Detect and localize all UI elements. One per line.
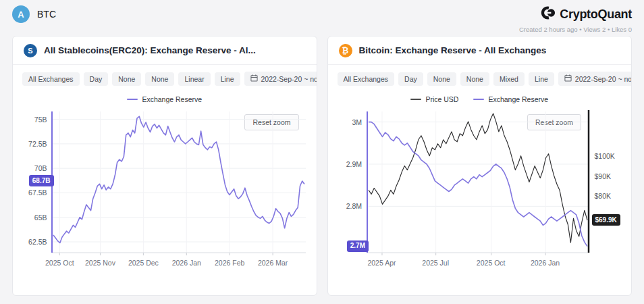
board-meta: Created 2 hours ago • Views 2 • Likes 0 — [519, 26, 632, 33]
x-axis-tick: 2025 Nov — [85, 258, 115, 268]
chart-toolbar: All Exchanges Day None None Linear Line … — [13, 65, 317, 90]
user-avatar[interactable]: A — [12, 5, 30, 23]
date-range-button[interactable]: 2022-Sep-20 ~ now — [558, 72, 632, 86]
y-axis-tick-right: $100K — [595, 151, 615, 161]
interval-button[interactable]: Day — [398, 72, 423, 86]
card-header: S All Stablecoins(ERC20): Exchange Reser… — [13, 36, 317, 65]
y-axis-tick-left: 2.8M — [346, 201, 362, 211]
legend-item-exchange-reserve[interactable]: Exchange Reserve — [473, 95, 548, 103]
chart-title: Bitcoin: Exchange Reserve - All Exchange… — [359, 45, 547, 55]
x-axis-tick: 2025 Oct — [45, 258, 74, 268]
chart-canvas — [328, 107, 632, 273]
y-axis-tick-left: 75B — [34, 115, 47, 124]
chart-style-button[interactable]: Line — [215, 72, 240, 86]
last-value-badge-left: 68.7B — [29, 175, 54, 186]
calendar-icon — [250, 74, 258, 83]
legend-swatch — [127, 99, 138, 101]
y-axis-tick-left: 70B — [34, 163, 47, 173]
chart-style-button[interactable]: Line — [529, 72, 554, 86]
x-axis-tick: 2025 Jul — [422, 258, 449, 268]
bitcoin-chart-card: ₿ Bitcoin: Exchange Reserve - All Exchan… — [327, 36, 633, 296]
legend-label: Exchange Reserve — [142, 95, 202, 103]
legend-label: Price USD — [425, 95, 458, 103]
x-axis-tick: 2026 Feb — [215, 258, 244, 268]
date-range-label: 2022-Sep-20 ~ now — [575, 75, 632, 83]
series-line-exchange-reserve — [369, 122, 587, 247]
last-value-badge-right: $69.9K — [592, 214, 620, 226]
y-axis-tick-right: $90K — [595, 172, 612, 181]
indicator-button-2[interactable]: None — [460, 72, 489, 86]
exchange-filter-button[interactable]: All Exchanges — [338, 72, 395, 86]
exchange-filter-button[interactable]: All Exchanges — [22, 72, 80, 86]
y-axis-tick-left: 72.5B — [28, 139, 47, 149]
date-range-label: 2022-Sep-20 ~ now — [261, 75, 317, 83]
x-axis-tick: 2026 Mar — [258, 258, 288, 268]
top-bar: A BTC CryptoQuant Created 2 hours ago • … — [0, 0, 644, 36]
stablecoin-icon: S — [24, 44, 37, 57]
legend-swatch — [410, 99, 421, 101]
board-info: A BTC — [12, 5, 56, 23]
dashboard-page: A BTC CryptoQuant Created 2 hours ago • … — [0, 0, 644, 304]
legend-label: Exchange Reserve — [488, 95, 548, 103]
series-line-price-usd — [369, 113, 587, 243]
brand-block: CryptoQuant Created 2 hours ago • Views … — [519, 5, 632, 33]
y-axis-tick-left: 62.5B — [28, 237, 47, 247]
chart-canvas — [13, 107, 317, 273]
bitcoin-chart[interactable]: Reset zoom 3M2.9M2.8M$100K$90K$80K2.7M$6… — [328, 107, 632, 273]
chart-legend: Exchange Reserve — [13, 90, 317, 107]
x-axis-tick: 2025 Dec — [128, 258, 159, 268]
chart-title: All Stablecoins(ERC20): Exchange Reserve… — [44, 45, 256, 55]
stablecoin-chart-card: S All Stablecoins(ERC20): Exchange Reser… — [12, 36, 317, 296]
stablecoin-chart[interactable]: Reset zoom 75B72.5B70B67.5B65B62.5B68.7B… — [13, 107, 317, 273]
chart-legend: Price USD Exchange Reserve — [328, 90, 632, 107]
y-axis-tick-left: 2.9M — [346, 159, 362, 169]
series-line-exchange-reserve — [53, 116, 304, 243]
charts-row: S All Stablecoins(ERC20): Exchange Reser… — [0, 36, 644, 296]
indicator-button[interactable]: None — [427, 72, 456, 86]
scale-button[interactable]: Linear — [178, 72, 210, 86]
legend-swatch — [473, 99, 484, 101]
chart-toolbar: All Exchanges Day None None Mixed Line 2… — [328, 65, 632, 90]
y-axis-tick-left: 3M — [352, 118, 362, 127]
x-axis-tick: 2026 Jan — [531, 258, 560, 268]
brand[interactable]: CryptoQuant — [541, 5, 632, 23]
last-value-badge-left: 2.7M — [347, 240, 369, 252]
indicator-button[interactable]: None — [112, 72, 141, 86]
legend-item-price-usd[interactable]: Price USD — [410, 95, 458, 103]
scale-button[interactable]: Mixed — [493, 72, 525, 86]
interval-button[interactable]: Day — [84, 72, 109, 86]
y-axis-tick-left: 67.5B — [28, 188, 47, 197]
y-axis-tick-right: $80K — [595, 191, 612, 201]
x-axis-tick: 2025 Apr — [367, 258, 396, 268]
bitcoin-icon: ₿ — [339, 44, 352, 57]
x-axis-tick: 2025 Oct — [477, 258, 506, 268]
cryptoquant-logo-icon — [541, 5, 556, 23]
date-range-button[interactable]: 2022-Sep-20 ~ now — [244, 72, 317, 86]
legend-item-exchange-reserve[interactable]: Exchange Reserve — [127, 95, 202, 103]
calendar-icon — [564, 74, 572, 83]
x-axis-tick: 2026 Jan — [172, 258, 201, 268]
indicator-button-2[interactable]: None — [145, 72, 174, 86]
card-header: ₿ Bitcoin: Exchange Reserve - All Exchan… — [328, 36, 632, 65]
y-axis-tick-left: 65B — [34, 213, 47, 222]
brand-name: CryptoQuant — [560, 7, 632, 22]
board-title: BTC — [37, 9, 56, 20]
